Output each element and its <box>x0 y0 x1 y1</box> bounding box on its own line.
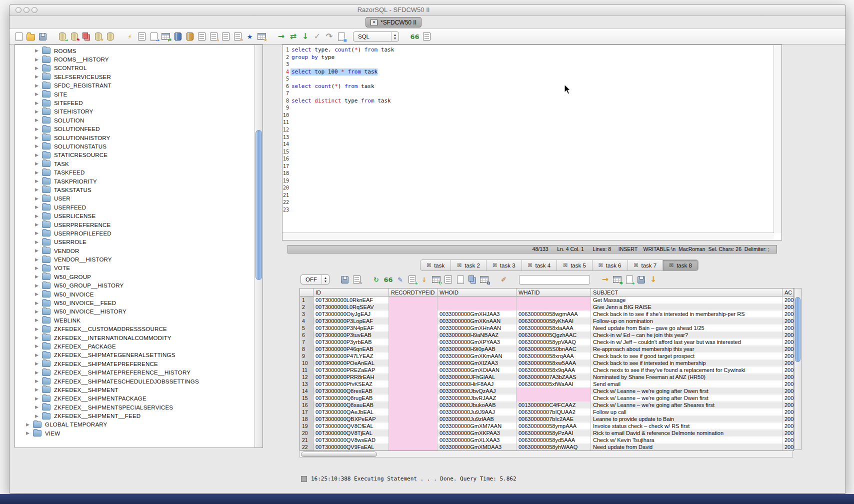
tree-item-userpreference[interactable]: ▶USERPREFERENCE <box>15 220 262 229</box>
database-icon[interactable] <box>106 32 114 41</box>
editor-vscrollbar[interactable] <box>774 45 782 233</box>
tree-item-task[interactable]: ▶TASK <box>15 160 262 168</box>
disclosure-triangle-icon[interactable]: ▶ <box>35 248 40 253</box>
go-forward-icon[interactable]: → <box>277 32 286 41</box>
column-header-id[interactable]: ID <box>314 288 389 296</box>
validate-check-icon[interactable]: ✓ <box>313 32 322 41</box>
grid-row[interactable]: 1900T3000000QV8CfEAL0033000000GmXM7AAN00… <box>300 422 794 430</box>
format-sql-icon[interactable] <box>198 32 206 41</box>
tree-item-view[interactable]: ▶VIEW <box>15 429 262 438</box>
result-tab-task-6[interactable]: ☒task 6 <box>592 260 628 270</box>
tree-item-zkfedex-shipmentpackage[interactable]: ▶ZKFEDEX__SHIPMENTPACKAGE <box>15 394 262 403</box>
go-down-icon[interactable]: ↓ <box>301 32 310 41</box>
disclosure-triangle-icon[interactable]: ▶ <box>35 414 40 418</box>
execute-sql-icon[interactable]: ⚡ <box>126 32 134 41</box>
tree-item-sfdc-registrant[interactable]: ▶SFDC_REGISTRANT <box>15 82 262 90</box>
disclosure-triangle-icon[interactable]: ▶ <box>35 48 40 53</box>
disclosure-triangle-icon[interactable]: ▶ <box>35 136 40 140</box>
quotes-generator-icon[interactable]: 66 <box>410 32 419 41</box>
auto-commit-select[interactable]: OFF ▲▼ <box>300 274 330 284</box>
tree-item-zkfedex-package[interactable]: ▶ZKFEDEX__PACKAGE <box>15 342 262 350</box>
result-tab-task-7[interactable]: ☒task 7 <box>628 260 663 270</box>
grid-row[interactable]: 300T3000000OiyJgEAJ0033000000GmXHJAA3006… <box>300 310 794 318</box>
disclosure-triangle-icon[interactable]: ▶ <box>35 101 40 106</box>
tree-item-global-temporary[interactable]: ▶GLOBAL TEMPORARY <box>15 420 262 429</box>
grid-hscrollbar-thumb[interactable] <box>301 452 377 457</box>
grid-row[interactable]: 600T3000000P3tuvEAB0033000000H9aNBAAZ006… <box>300 332 794 338</box>
grid-vscrollbar-thumb[interactable] <box>795 297 800 362</box>
close-result-tab-icon[interactable]: ☒ <box>598 263 603 268</box>
grid-row[interactable]: 1000T3000000POeAnEAL0033000000GmXIZAA300… <box>300 360 794 366</box>
close-result-tab-icon[interactable]: ☒ <box>563 263 568 268</box>
copy-cells-icon[interactable] <box>468 275 476 284</box>
disclosure-triangle-icon[interactable]: ▶ <box>35 274 40 279</box>
go-next-result-icon[interactable]: → <box>601 275 610 284</box>
align-sql-icon[interactable] <box>222 32 230 41</box>
grid-row[interactable]: 900T3000000P47LYEAZ0033000000GmXKmAAN006… <box>300 352 794 360</box>
tree-item-sitehistory[interactable]: ▶SITEHISTORY <box>15 108 262 116</box>
document-tab[interactable]: ✕ *SFDCW50 II <box>366 17 422 28</box>
column-header-subject[interactable]: SUBJECT <box>591 288 782 296</box>
new-connection-icon[interactable]: ✦ <box>94 32 102 41</box>
result-tab-task-3[interactable]: ☒task 3 <box>486 260 522 270</box>
close-result-tab-icon[interactable]: ☒ <box>492 263 497 268</box>
disclosure-triangle-icon[interactable]: ▶ <box>35 205 40 210</box>
tree-item-zkfedex-shipmategeneralsettings[interactable]: ▶ZKFEDEX__SHIPMATEGENERALSETTINGS <box>15 351 262 360</box>
tree-item-selfserviceuser[interactable]: ▶SELFSERVICEUSER <box>15 72 262 81</box>
describe-table-icon[interactable] <box>422 32 431 41</box>
grid-row[interactable]: 700T3000000P3yrbEAB0033000000GmXPYAA3006… <box>300 338 794 346</box>
tree-item-sitefeed[interactable]: ▶SITEFEED <box>15 98 262 107</box>
grid-row[interactable]: 1600T3000000Q8sauEAB0033000000JbukoAAB00… <box>300 402 794 408</box>
column-header-ac[interactable]: AC <box>782 288 794 296</box>
close-result-tab-icon[interactable]: ☒ <box>528 263 532 268</box>
disclosure-triangle-icon[interactable]: ▶ <box>35 318 40 322</box>
close-result-tab-icon[interactable]: ☒ <box>669 263 674 268</box>
disclosure-triangle-icon[interactable]: ▶ <box>35 214 40 218</box>
grid-row[interactable]: 400T3000000P3LopEAF0033000000GmXKnAAN006… <box>300 318 794 324</box>
disclosure-triangle-icon[interactable]: ▶ <box>35 84 40 88</box>
tree-item-rooms-history[interactable]: ▶ROOMS__HISTORY <box>15 55 262 64</box>
tree-item-zkfedex-customaddresssource[interactable]: ▶ZKFEDEX__CUSTOMADDRESSSOURCE <box>15 325 262 334</box>
zoom-window-button[interactable] <box>32 7 38 13</box>
tree-item-user[interactable]: ▶USER <box>15 194 262 203</box>
editor-hscrollbar[interactable] <box>282 232 774 240</box>
tree-item-staticresource[interactable]: ▶STATICRESOURCE <box>15 151 262 160</box>
close-result-tab-icon[interactable]: ☒ <box>634 263 638 268</box>
disclosure-triangle-icon[interactable]: ▶ <box>35 222 40 227</box>
tree-item-vendor[interactable]: ▶VENDOR <box>15 246 262 255</box>
edit-filter-icon[interactable]: ✎ <box>352 275 361 284</box>
disclosure-triangle-icon[interactable]: ▶ <box>35 92 40 96</box>
tree-item-zkfedex-internationalcommodity[interactable]: ▶ZKFEDEX__INTERNATIONALCOMMODITY <box>15 334 262 342</box>
refresh-table-icon[interactable]: ⇄ <box>162 32 170 41</box>
column-header-whatid[interactable]: WHATID <box>516 288 591 296</box>
import-list-icon[interactable]: ↴ <box>210 32 218 41</box>
disclosure-triangle-icon[interactable]: ▶ <box>35 110 40 114</box>
open-file-icon[interactable] <box>26 32 35 41</box>
tree-item-zkfedex-shipmatescheduledjobssettings[interactable]: ▶ZKFEDEX__SHIPMATESCHEDULEDJOBSSETTINGS <box>15 377 262 386</box>
disclosure-triangle-icon[interactable]: ▶ <box>35 118 40 122</box>
save-file-icon[interactable] <box>38 32 47 41</box>
results-search-input[interactable] <box>519 275 590 284</box>
grid-row[interactable]: 2000T3000000QV8TjEAL0033000000GmXKPAA300… <box>300 430 794 436</box>
grid-row[interactable]: 200T3000000L0RqSEAVGive Jenn a BIG RAISE… <box>300 304 794 310</box>
disclosure-triangle-icon[interactable]: ▶ <box>35 327 40 332</box>
disclosure-triangle-icon[interactable]: ▶ <box>35 353 40 358</box>
expand-tree-icon[interactable]: + <box>408 275 416 284</box>
tree-item-taskstatus[interactable]: ▶TASKSTATUS <box>15 186 262 194</box>
save-grid-icon[interactable] <box>637 275 646 284</box>
sql-editor[interactable]: 1select type, count(*) from task2group b… <box>282 44 782 240</box>
save-results-icon[interactable] <box>340 275 349 284</box>
disclosure-triangle-icon[interactable]: ▶ <box>26 422 30 427</box>
tree-item-zkfedex-shipmatepreference-history[interactable]: ▶ZKFEDEX__SHIPMATEPREFERENCE__HISTORY <box>15 368 262 376</box>
tree-item-userfeed[interactable]: ▶USERFEED <box>15 203 262 212</box>
redo-icon[interactable]: ↷ <box>325 32 334 41</box>
tree-item-w50-group-history[interactable]: ▶W50_GROUP__HISTORY <box>15 282 262 290</box>
disclosure-triangle-icon[interactable]: ▶ <box>35 58 40 62</box>
disclosure-triangle-icon[interactable]: ▶ <box>35 266 40 270</box>
disclosure-triangle-icon[interactable]: ▶ <box>35 405 40 410</box>
column-header-whoid[interactable]: WHOID <box>438 288 516 296</box>
refresh-results-icon[interactable]: ↻ <box>372 275 380 284</box>
disclosure-triangle-icon[interactable]: ▶ <box>35 344 40 348</box>
tree-item-solution[interactable]: ▶SOLUTION <box>15 116 262 124</box>
result-tab-task-5[interactable]: ☒task 5 <box>556 260 592 270</box>
